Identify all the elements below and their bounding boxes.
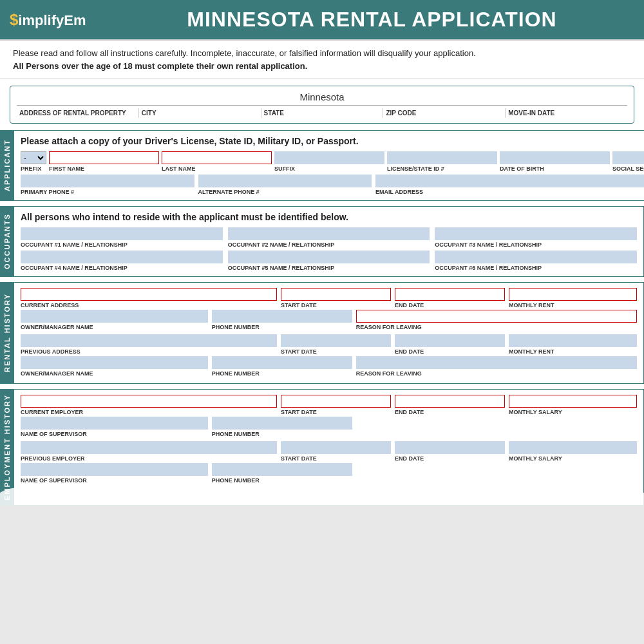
property-field-state: STATE: [261, 108, 384, 118]
prev-rent-label: MONTHLY RENT: [509, 348, 637, 355]
ssn-input[interactable]: [612, 151, 644, 164]
prev-address-label: PREVIOUS ADDRESS: [21, 348, 277, 355]
current-address-label: CURRENT ADDRESS: [21, 302, 277, 308]
prev-owner-input[interactable]: [21, 356, 208, 369]
prev-emp-end-input[interactable]: [395, 441, 505, 454]
current-owner-row: OWNER/MANAGER NAME PHONE NUMBER REASON F…: [21, 310, 637, 330]
occupant2-input[interactable]: [228, 227, 430, 240]
employment-history-section: EMPLOYMENT HISTORY CURRENT EMPLOYER STAR…: [0, 389, 644, 506]
occupants-section: OCCUPANTS All persons who intend to resi…: [0, 206, 644, 277]
applicant-section: APPLICANT Please attach a copy of your D…: [0, 130, 644, 201]
occupant6-label: OCCUPANT #6 NAME / RELATIONSHIP: [435, 265, 637, 271]
lastname-group: LAST NAME: [162, 151, 272, 172]
primary-phone-input[interactable]: [21, 175, 194, 187]
current-employer-row: CURRENT EMPLOYER START DATE END DATE MON…: [21, 395, 637, 415]
emp-end-input[interactable]: [395, 395, 505, 408]
prev-end-input[interactable]: [395, 334, 505, 347]
rental-history-content: CURRENT ADDRESS START DATE END DATE MONT…: [14, 282, 644, 384]
property-fields: ADDRESS OF RENTAL PROPERTY CITY STATE ZI…: [17, 105, 627, 118]
firstname-input[interactable]: [49, 151, 159, 164]
prev-address-input[interactable]: [21, 334, 277, 347]
alt-phone-input[interactable]: [198, 175, 372, 187]
emp-start-input[interactable]: [281, 395, 391, 408]
prev-emp-start-input[interactable]: [281, 441, 391, 454]
emp-end-label: END DATE: [395, 409, 505, 415]
previous-employer-row: PREVIOUS EMPLOYER START DATE END DATE MO…: [21, 441, 637, 462]
property-section: Minnesota ADDRESS OF RENTAL PROPERTY CIT…: [10, 86, 634, 124]
prev-emp-phone-label: PHONE NUMBER: [212, 477, 352, 484]
occupant1-label: OCCUPANT #1 NAME / RELATIONSHIP: [21, 242, 223, 248]
prev-emp-salary-group: MONTHLY SALARY: [509, 441, 637, 462]
supervisor-input[interactable]: [21, 417, 208, 430]
current-address-group: CURRENT ADDRESS: [21, 288, 277, 308]
prev-emp-phone-input[interactable]: [212, 463, 352, 476]
applicant-side-label: APPLICANT: [0, 130, 14, 201]
prev-phone-group: PHONE NUMBER: [212, 356, 352, 377]
prev-emp-start-label: START DATE: [281, 455, 391, 462]
emp-start-label: START DATE: [281, 409, 391, 415]
prev-rent-input[interactable]: [509, 334, 637, 347]
current-owner-group: OWNER/MANAGER NAME: [21, 310, 208, 330]
current-employer-input[interactable]: [21, 395, 277, 408]
lastname-input[interactable]: [162, 151, 272, 164]
previous-address-row: PREVIOUS ADDRESS START DATE END DATE MON…: [21, 334, 637, 355]
license-input[interactable]: [387, 151, 497, 164]
emp-salary-input[interactable]: [509, 395, 637, 408]
prev-employer-group: PREVIOUS EMPLOYER: [21, 441, 277, 462]
current-owner-label: OWNER/MANAGER NAME: [21, 324, 208, 330]
prev-end-label: END DATE: [395, 348, 505, 355]
current-end-label: END DATE: [395, 302, 505, 308]
emp-phone-input[interactable]: [212, 417, 352, 430]
occupant5-label: OCCUPANT #5 NAME / RELATIONSHIP: [228, 265, 430, 271]
prev-emp-salary-label: MONTHLY SALARY: [509, 455, 637, 462]
prev-phone-input[interactable]: [212, 356, 352, 369]
emp-salary-label: MONTHLY SALARY: [509, 409, 637, 415]
occupant6-input[interactable]: [435, 251, 637, 263]
prev-reason-input[interactable]: [356, 356, 637, 369]
prev-emp-end-group: END DATE: [395, 441, 505, 462]
logo-section: $implifyEm: [0, 0, 100, 39]
prev-supervisor-input[interactable]: [21, 463, 208, 476]
email-input[interactable]: [375, 175, 644, 187]
current-end-input[interactable]: [395, 288, 505, 301]
occupant4-group: OCCUPANT #4 NAME / RELATIONSHIP: [21, 251, 223, 271]
email-group: EMAIL ADDRESS: [375, 175, 644, 195]
current-rent-input[interactable]: [509, 288, 637, 301]
page: $implifyEm MINNESOTA RENTAL APPLICATION …: [0, 0, 644, 506]
suffix-group: SUFFIX: [274, 151, 384, 172]
current-start-input[interactable]: [281, 288, 391, 301]
firstname-group: FIRST NAME: [49, 151, 159, 172]
current-employer-group: CURRENT EMPLOYER: [21, 395, 277, 415]
property-field-city: CITY: [139, 108, 261, 118]
prev-emp-salary-input[interactable]: [509, 441, 637, 454]
occupant4-input[interactable]: [21, 251, 223, 263]
ssn-label: SOCIAL SECURITY #: [612, 166, 644, 172]
property-field-zip: ZIP CODE: [383, 108, 506, 118]
prefix-select[interactable]: - Mr. Ms. Mrs.: [21, 151, 46, 164]
title-section: MINNESOTA RENTAL APPLICATION: [100, 0, 644, 39]
occupant3-group: OCCUPANT #3 NAME / RELATIONSHIP: [435, 227, 637, 248]
prev-supervisor-group: NAME OF SUPERVISOR: [21, 463, 208, 484]
suffix-input[interactable]: [274, 151, 384, 164]
current-employer-label: CURRENT EMPLOYER: [21, 409, 277, 415]
prev-employer-label: PREVIOUS EMPLOYER: [21, 455, 277, 462]
prev-start-input[interactable]: [281, 334, 391, 347]
prev-employer-input[interactable]: [21, 441, 277, 454]
prefix-group: - Mr. Ms. Mrs. PREFIX: [21, 151, 46, 172]
current-rent-label: MONTHLY RENT: [509, 302, 637, 308]
occupant5-input[interactable]: [228, 251, 430, 263]
applicant-row2: PRIMARY PHONE # ALTERNATE PHONE # EMAIL …: [21, 175, 644, 195]
current-phone-input[interactable]: [212, 310, 352, 323]
previous-owner-row: OWNER/MANAGER NAME PHONE NUMBER REASON F…: [21, 356, 637, 377]
current-address-input[interactable]: [21, 288, 277, 301]
employment-content: CURRENT EMPLOYER START DATE END DATE MON…: [14, 389, 644, 506]
occupant3-input[interactable]: [435, 227, 637, 240]
prev-supervisor-label: NAME OF SUPERVISOR: [21, 477, 208, 484]
current-owner-input[interactable]: [21, 310, 208, 323]
prev-supervisor-row: NAME OF SUPERVISOR PHONE NUMBER: [21, 463, 637, 484]
prev-address-group: PREVIOUS ADDRESS: [21, 334, 277, 355]
current-reason-input[interactable]: [356, 310, 637, 323]
emp-phone-group: PHONE NUMBER: [212, 417, 352, 437]
occupant1-input[interactable]: [21, 227, 223, 240]
dob-input[interactable]: [500, 151, 610, 164]
